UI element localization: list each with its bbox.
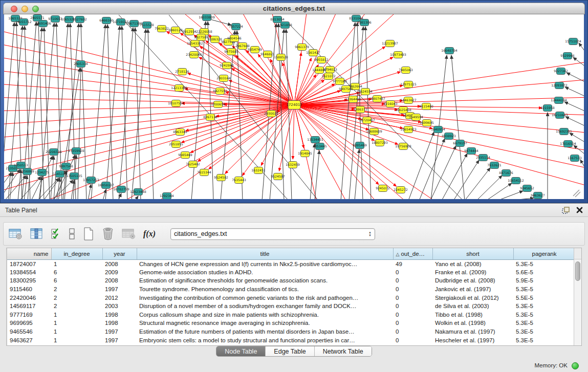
network-node[interactable]: 8471676	[499, 170, 513, 177]
network-node[interactable]: 1156869	[20, 168, 34, 175]
network-node[interactable]: 6466160	[99, 17, 114, 24]
column-header-year[interactable]: year	[102, 248, 137, 259]
table-row[interactable]: 1872400712008Changes of HCN gene express…	[7, 259, 575, 268]
table-row[interactable]: 1938455462009Genome-wide association stu…	[7, 268, 575, 277]
network-node[interactable]: 7857224	[229, 24, 243, 30]
network-node[interactable]: 1234275	[35, 169, 49, 176]
minimize-button[interactable]	[21, 6, 28, 12]
network-node[interactable]: 12093872	[551, 82, 568, 89]
column-header-pagerank[interactable]: pagerank	[513, 248, 575, 259]
network-node[interactable]: 1921858	[278, 22, 292, 29]
network-node[interactable]: 8267130	[203, 114, 217, 121]
network-node[interactable]: 2935114	[476, 155, 490, 161]
close-button[interactable]	[11, 6, 17, 12]
network-node[interactable]: 17957253	[83, 177, 99, 184]
network-node[interactable]: 7632621	[487, 162, 502, 169]
network-node[interactable]: 1081306	[357, 19, 372, 26]
network-node[interactable]: 9245652	[520, 185, 534, 192]
column-visibility-icon[interactable]	[30, 228, 43, 239]
column-header-out_de[interactable]: △out_de…	[393, 248, 432, 259]
network-node[interactable]: 7963822	[155, 26, 169, 32]
network-node[interactable]: 12444194	[551, 97, 567, 104]
network-node[interactable]: 9329966	[560, 53, 575, 59]
network-node[interactable]: 9475685	[224, 49, 238, 55]
network-node[interactable]: 18107554	[168, 100, 184, 107]
network-node[interactable]: 23420046	[186, 52, 202, 58]
network-node[interactable]: 12213987	[382, 40, 398, 47]
network-node[interactable]: 9474444	[464, 148, 478, 155]
table-settings-icon[interactable]	[9, 228, 23, 239]
network-node[interactable]: 8095469	[353, 142, 367, 149]
table-selector-dropdown[interactable]: citations_edges.txt ▲▼	[170, 228, 375, 240]
network-node[interactable]: 14463627	[400, 97, 417, 104]
network-node[interactable]: 16648784	[441, 48, 458, 54]
float-panel-icon[interactable]	[562, 207, 570, 214]
network-node[interactable]: 9524507	[271, 173, 285, 180]
network-node[interactable]: 9463627	[531, 192, 545, 199]
network-node[interactable]: 7615344	[197, 169, 211, 176]
table-row[interactable]: 969969511998Structural magnetic resonanc…	[7, 319, 575, 327]
network-node[interactable]: 10688609	[366, 128, 382, 135]
window-titlebar[interactable]: citations_edges.txt	[3, 3, 585, 14]
network-node[interactable]: 15751074	[565, 38, 581, 45]
network-node[interactable]: 1549594	[409, 114, 423, 121]
network-node[interactable]: 1914845	[298, 150, 312, 157]
function-builder-icon[interactable]: f(x)	[143, 229, 156, 238]
table-row[interactable]: 977716911998Corpus callosum shape and si…	[7, 311, 575, 319]
network-node[interactable]: 17016504	[560, 141, 576, 147]
network-node[interactable]: 1621072	[321, 73, 336, 80]
network-node[interactable]: 13505135	[66, 173, 82, 180]
network-node[interactable]: 7515528	[140, 22, 154, 29]
network-node[interactable]: 2803144	[216, 75, 231, 82]
network-node[interactable]: 18807293	[372, 140, 388, 146]
close-panel-icon[interactable]	[576, 207, 583, 213]
table-row[interactable]: 946554611997Estimation of the future num…	[7, 327, 575, 336]
network-node[interactable]: 9245072	[376, 185, 390, 192]
network-node[interactable]: 20691406	[35, 20, 51, 27]
column-header-in_degree[interactable]: in_degree	[51, 248, 102, 259]
table-mode-icon[interactable]	[69, 228, 75, 240]
network-node[interactable]: 13534451	[307, 137, 323, 143]
network-node[interactable]: 24055712	[15, 19, 32, 26]
delete-icon[interactable]	[102, 227, 114, 240]
network-node[interactable]: 8854749	[248, 47, 262, 53]
network-node[interactable]: 9227342	[554, 68, 568, 75]
new-document-icon[interactable]	[83, 227, 94, 240]
table-row[interactable]: 946362711997Embryonic stem cells: a mode…	[7, 336, 575, 344]
network-node[interactable]: 1640954	[431, 126, 445, 133]
tab-edge-table[interactable]: Edge Table	[266, 346, 314, 356]
network-node[interactable]: 9699695	[420, 120, 434, 126]
network-node[interactable]: 1145190	[53, 171, 67, 178]
network-node[interactable]: 1632459	[286, 162, 300, 168]
network-node[interactable]: 2051855	[169, 141, 183, 148]
network-node[interactable]: 8860128	[168, 27, 183, 34]
tab-network-table[interactable]: Network Table	[315, 346, 372, 356]
column-header-short[interactable]: short	[432, 248, 513, 259]
network-node[interactable]: 8186328	[208, 36, 222, 43]
table-row[interactable]: 911546021997Tourette syndrome. Phenomeno…	[7, 285, 575, 294]
network-node[interactable]: 1292344	[160, 193, 174, 200]
network-node[interactable]: 2905334	[74, 61, 88, 68]
tab-node-table[interactable]: Node Table	[216, 346, 266, 356]
network-node[interactable]: 10654112	[508, 178, 524, 184]
column-header-title[interactable]: title	[137, 248, 393, 259]
network-node[interactable]: 12923448	[130, 189, 146, 195]
network-node[interactable]: 16720407	[359, 117, 375, 124]
network-node[interactable]: 10654923	[400, 126, 417, 133]
table-row[interactable]: 2242004622012Investigating the contribut…	[7, 293, 575, 302]
network-node[interactable]: 7485063	[399, 67, 413, 74]
network-hub-node[interactable]: 1724017	[286, 101, 302, 110]
network-node[interactable]: 9955812	[314, 57, 329, 63]
network-node[interactable]: 23364486	[345, 96, 361, 103]
network-node[interactable]: 7635443	[232, 177, 246, 184]
network-node[interactable]: 2245272	[394, 187, 408, 193]
network-node[interactable]: 15692391	[556, 128, 572, 135]
network-node[interactable]: 9497568	[339, 86, 353, 93]
network-node[interactable]: 1588520	[274, 54, 288, 61]
network-node[interactable]: 1561427	[306, 50, 320, 56]
network-node[interactable]: 12975115	[400, 81, 417, 88]
network-node[interactable]: 16958107	[98, 182, 114, 189]
network-node[interactable]: 10973493	[390, 52, 406, 58]
network-node[interactable]: 1353445	[313, 143, 327, 150]
network-node[interactable]: 9115460	[419, 103, 433, 110]
